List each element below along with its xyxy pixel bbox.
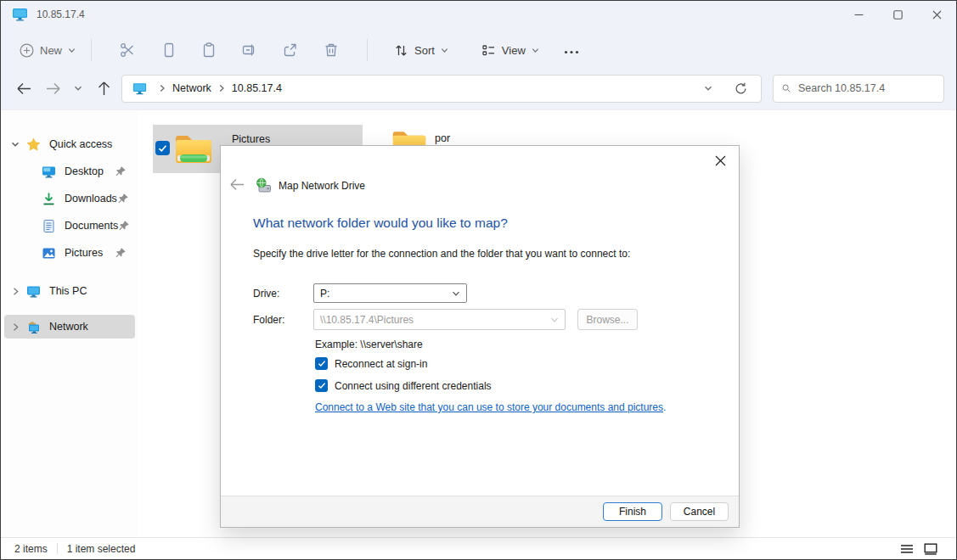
computer-icon [12,8,28,21]
more-options-button[interactable] [564,43,579,57]
window-controls [839,1,956,28]
refresh-icon [735,82,747,95]
status-bar: 2 items 1 item selected [1,537,956,559]
minimize-button[interactable] [839,1,878,28]
reconnect-checkbox-row: Reconnect at sign-in [315,357,427,370]
desktop-icon [42,165,56,179]
breadcrumb-host[interactable]: 10.85.17.4 [230,82,284,94]
computer-icon [132,82,147,95]
chevron-right-icon [159,84,166,92]
new-label: New [40,44,62,57]
chevron-right-icon[interactable] [4,287,26,296]
selected-count: 1 item selected [67,543,136,555]
finish-button[interactable]: Finish [603,502,662,521]
documents-icon [42,219,56,233]
command-bar: New Sort View [1,28,956,72]
folder-value: \\10.85.17.4\Pictures [320,314,414,326]
trash-icon [324,42,339,58]
sidebar-item-this-pc[interactable]: This PC [4,279,135,303]
share-icon [283,42,298,58]
close-icon [932,10,942,20]
delete-button[interactable] [318,37,344,63]
folder-label: Folder: [253,314,284,326]
details-view-button[interactable] [900,543,914,555]
cut-button[interactable] [115,37,140,63]
check-icon [318,382,326,389]
chevron-down-icon [452,289,460,298]
up-icon [98,81,110,96]
sidebar-item-label: Pictures [65,247,103,259]
view-icon [481,43,496,58]
breadcrumb-network[interactable]: Network [171,82,213,94]
close-button[interactable] [917,1,956,28]
check-icon [318,360,326,367]
connect-web-site-link[interactable]: Connect to a Web site that you can use t… [315,401,663,413]
sidebar-item-label: Network [49,321,88,333]
breadcrumb[interactable]: Network 10.85.17.4 [121,75,762,103]
new-button[interactable]: New [20,43,76,58]
recent-locations-button[interactable] [70,77,86,99]
chevron-right-icon[interactable] [4,322,26,332]
sidebar-item-pictures[interactable]: Pictures [4,241,135,265]
drive-label: Drive: [253,288,279,300]
chevron-down-icon[interactable] [4,140,26,148]
ellipsis-icon [564,50,579,54]
refresh-button[interactable] [735,82,747,95]
dialog-subheading: Specify the drive letter for the connect… [253,248,630,260]
cancel-button[interactable]: Cancel [670,502,729,521]
dialog-footer: Finish Cancel [221,496,739,527]
back-button[interactable] [13,77,35,99]
copy-button[interactable] [155,37,181,63]
share-button[interactable] [278,37,303,63]
back-icon [230,178,245,191]
pin-icon [118,220,130,232]
sidebar-item-label: Quick access [49,138,112,150]
search-box [773,75,944,103]
credentials-checkbox[interactable] [315,379,328,392]
rename-button[interactable] [237,37,262,63]
dialog-title: Map Network Drive [279,180,365,192]
copy-icon [160,42,176,58]
view-button[interactable]: View [481,43,539,58]
up-button[interactable] [93,77,115,99]
example-text: Example: \\server\share [315,339,423,350]
browse-button[interactable]: Browse... [577,309,638,330]
folder-combobox[interactable]: \\10.85.17.4\Pictures [313,309,566,330]
sidebar-item-desktop[interactable]: Desktop [4,160,135,183]
address-dropdown-button[interactable] [704,84,712,92]
chevron-down-icon [550,316,559,324]
dialog-close-button[interactable] [712,153,728,168]
maximize-icon [893,10,903,20]
view-label: View [502,44,526,57]
search-input[interactable] [798,82,935,94]
sidebar-item-network[interactable]: Network [4,315,135,339]
link-suffix: . [663,401,666,413]
sidebar-item-documents[interactable]: Documents [4,214,135,238]
dialog-header: Map Network Drive [230,177,365,193]
sort-label: Sort [414,44,435,57]
folder-pictures-icon [173,130,214,167]
close-icon [715,155,726,166]
window-title: 10.85.17.4 [37,8,85,20]
plus-circle-icon [20,43,34,58]
maximize-button[interactable] [878,1,917,28]
sidebar-item-quick-access[interactable]: Quick access [4,132,135,156]
sort-button[interactable]: Sort [394,43,448,58]
star-icon [26,137,41,152]
web-site-link-row: Connect to a Web site that you can use t… [315,401,666,413]
file-name: por [435,132,450,144]
forward-button[interactable] [42,77,64,99]
map-network-drive-dialog: Map Network Drive What network folder wo… [220,145,740,528]
dialog-back-button[interactable] [230,178,245,193]
explorer-window: 10.85.17.4 New [0,0,957,560]
item-checkbox[interactable] [155,141,170,155]
sidebar-item-downloads[interactable]: Downloads [4,187,135,210]
drive-select[interactable]: P: [313,283,467,303]
chevron-down-icon [74,84,82,92]
large-icons-view-button[interactable] [924,543,937,555]
chevron-right-icon [218,84,225,92]
minimize-icon [854,10,864,20]
reconnect-checkbox[interactable] [315,357,328,370]
this-pc-icon [26,284,41,299]
paste-button[interactable] [196,37,222,63]
